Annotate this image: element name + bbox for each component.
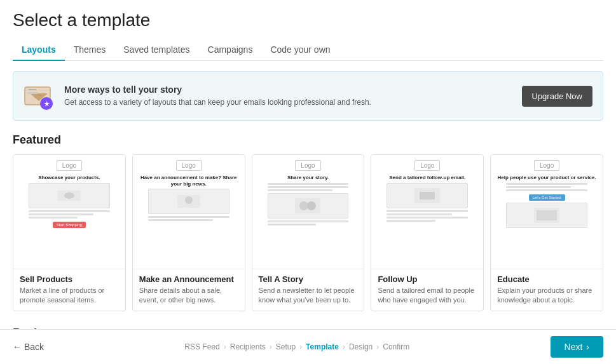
back-arrow-icon: ← — [13, 342, 22, 352]
page-title: Select a template — [13, 10, 603, 30]
breadcrumb-confirm: Confirm — [383, 342, 409, 351]
tab-layouts[interactable]: Layouts — [13, 39, 65, 61]
tab-themes[interactable]: Themes — [65, 39, 115, 61]
tab-campaigns[interactable]: Campaigns — [199, 39, 262, 61]
tab-code-your-own[interactable]: Code your own — [261, 39, 339, 61]
template-preview-educate: Logo Help people use your product or ser… — [491, 155, 603, 269]
featured-templates-grid: Logo Showcase your products. Start Shopp… — [13, 154, 603, 311]
upgrade-button[interactable]: Upgrade Now — [522, 86, 593, 107]
breadcrumb-recipients: Recipients — [230, 342, 266, 351]
template-preview-story: Logo Share your story. — [252, 155, 364, 269]
svg-point-9 — [185, 196, 193, 204]
svg-rect-14 — [420, 192, 435, 199]
tab-bar: Layouts Themes Saved templates Campaigns… — [13, 39, 603, 61]
promo-banner: ★ More ways to tell your story Get acces… — [13, 71, 603, 121]
next-button[interactable]: Next › — [551, 336, 603, 358]
next-arrow-icon: › — [586, 342, 589, 352]
svg-rect-5 — [27, 92, 38, 94]
template-make-announcement[interactable]: Logo Have an announcement to make? Share… — [132, 154, 245, 311]
breadcrumb-setup: Setup — [276, 342, 296, 351]
breadcrumb-rss-feed: RSS Feed — [184, 342, 219, 351]
promo-text: More ways to tell your story Get access … — [64, 84, 512, 108]
template-tell-story[interactable]: Logo Share your story. — [252, 154, 365, 311]
svg-point-7 — [64, 192, 74, 199]
svg-text:★: ★ — [44, 100, 50, 107]
svg-point-11 — [299, 201, 308, 210]
template-sell-products[interactable]: Logo Showcase your products. Start Shopp… — [13, 154, 126, 311]
svg-rect-16 — [537, 210, 557, 220]
tab-saved-templates[interactable]: Saved templates — [114, 39, 198, 61]
template-preview-followup: Logo Send a tailored follow-up email. — [371, 155, 483, 269]
template-follow-up[interactable]: Logo Send a tailored follow-up email. Fo… — [371, 154, 484, 311]
template-preview-announcement: Logo Have an announcement to make? Share… — [133, 155, 245, 269]
svg-point-12 — [307, 201, 316, 210]
template-preview-sell-products: Logo Showcase your products. Start Shopp… — [13, 155, 125, 269]
footer: ← Back RSS Feed › Recipients › Setup › T… — [0, 329, 616, 364]
breadcrumb-template: Template — [306, 342, 339, 351]
template-educate[interactable]: Logo Help people use your product or ser… — [490, 154, 603, 311]
promo-icon: ★ — [24, 81, 54, 111]
breadcrumb-design: Design — [349, 342, 373, 351]
breadcrumb: RSS Feed › Recipients › Setup › Template… — [184, 342, 409, 351]
back-button[interactable]: ← Back — [13, 342, 44, 352]
featured-section-title: Featured — [13, 133, 603, 147]
